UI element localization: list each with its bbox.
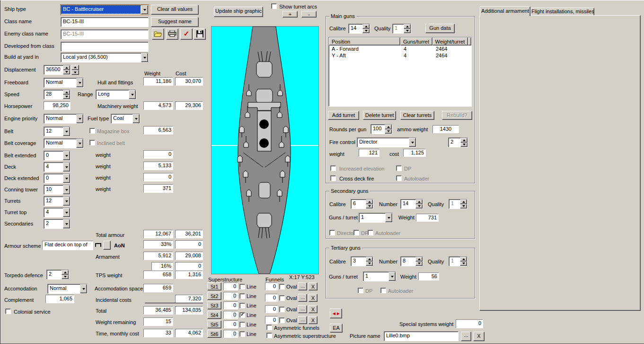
spin-down-icon[interactable] <box>366 204 373 209</box>
spin-up-icon[interactable] <box>415 199 423 204</box>
column-header[interactable]: Position <box>329 37 400 45</box>
turrets-dropdown[interactable]: 12 <box>44 196 71 206</box>
funnel4-delete-button[interactable]: X <box>309 316 318 324</box>
gun-data-button[interactable]: Gun data <box>425 24 455 33</box>
chevron-down-icon[interactable] <box>63 197 70 206</box>
tab-flight-installations[interactable]: Flight installations, missiles <box>531 8 594 16</box>
chevron-down-icon[interactable] <box>76 114 83 123</box>
chevron-down-icon[interactable] <box>76 78 83 87</box>
armour-scheme-button[interactable] <box>103 241 111 250</box>
spin-down-icon[interactable] <box>385 129 392 134</box>
secondary-number-spinner[interactable]: 14 <box>400 199 423 209</box>
nav-arrows-button[interactable]: ◄► <box>330 308 342 318</box>
spin-down-icon[interactable] <box>63 95 70 100</box>
funnel2-field[interactable]: 0 <box>265 294 278 302</box>
picture-clear-button[interactable]: X <box>473 332 485 341</box>
chevron-down-icon[interactable] <box>129 90 136 99</box>
spin-up-icon[interactable] <box>366 199 373 204</box>
spin-down-icon[interactable] <box>63 70 70 75</box>
ship-type-dropdown[interactable]: BC - Battlecruiser <box>61 5 149 15</box>
cross-deck-fire-checkbox[interactable] <box>330 175 336 181</box>
chevron-down-icon[interactable] <box>388 272 396 281</box>
chevron-down-icon[interactable] <box>80 284 87 293</box>
print-button[interactable] <box>166 28 178 40</box>
secondary-guns-per-turret-dropdown[interactable]: 1 <box>359 213 393 223</box>
st2-height-field[interactable]: 0 <box>223 292 238 300</box>
spin-up-icon[interactable] <box>62 270 69 275</box>
torpedo-defence-spinner[interactable]: 2 <box>46 270 69 280</box>
chevron-down-icon[interactable] <box>132 114 140 123</box>
picture-browse-button[interactable]: ... <box>461 332 471 341</box>
belt-dropdown[interactable]: 12 <box>44 127 71 136</box>
secondaries-dropdown[interactable]: 2 <box>44 219 71 229</box>
clear-all-values-button[interactable]: Clear all values <box>151 5 199 15</box>
chevron-down-icon[interactable] <box>385 213 392 222</box>
funnel1-browse-button[interactable]: ... <box>298 282 307 290</box>
funnel1-delete-button[interactable]: X <box>309 282 318 290</box>
update-ship-graphic-button[interactable]: Update ship graphic <box>214 7 263 17</box>
ship-graphic[interactable] <box>211 26 319 274</box>
chevron-down-icon[interactable] <box>141 5 148 14</box>
enemy-class-input[interactable]: BC-15-III <box>61 29 149 39</box>
funnel2-oval-checkbox[interactable] <box>279 295 285 301</box>
st6-line-checkbox[interactable] <box>239 331 245 337</box>
armour-scheme-value[interactable]: Flat deck on top of <box>42 241 93 250</box>
tertiary-quality-spinner[interactable]: 1 <box>449 256 468 266</box>
fuel-type-dropdown[interactable]: Coal <box>111 114 140 124</box>
spin-up-icon[interactable] <box>415 257 423 262</box>
spin-up-icon[interactable] <box>362 24 370 29</box>
tab-additional-armament[interactable]: Additional armament <box>480 6 530 16</box>
spin-up-icon[interactable] <box>460 257 467 262</box>
spin-up-icon[interactable] <box>460 199 467 204</box>
column-header[interactable]: Weight/turret <box>432 37 468 45</box>
open-file-button[interactable] <box>152 28 164 40</box>
st4-button[interactable]: St4 <box>207 311 221 319</box>
st5-height-field[interactable]: 0 <box>223 320 238 328</box>
build-yard-dropdown[interactable]: Local yard (36,500) <box>61 53 149 63</box>
save-button[interactable] <box>194 28 206 40</box>
chevron-down-icon[interactable] <box>409 138 416 147</box>
st5-line-checkbox[interactable] <box>239 322 245 327</box>
st2-button[interactable]: St2 <box>207 292 221 300</box>
funnel3-field[interactable]: 0 <box>265 305 278 313</box>
chevron-down-icon[interactable] <box>63 208 70 217</box>
main-guns-table[interactable]: Position Guns/turret Weight/turret A - F… <box>328 37 472 107</box>
tertiary-number-spinner[interactable]: 8 <box>400 256 423 266</box>
spin-down-icon[interactable] <box>404 29 411 34</box>
colonial-service-checkbox[interactable] <box>5 308 11 314</box>
engine-priority-dropdown[interactable]: Normal <box>44 114 84 124</box>
chevron-down-icon[interactable] <box>76 139 83 148</box>
main-calibre-spinner[interactable]: 14 <box>348 24 370 34</box>
deck-extended-dropdown[interactable]: 0 <box>44 173 71 183</box>
fc-positions-spinner[interactable]: 2 <box>448 137 468 147</box>
funnel4-field[interactable]: 0 <box>265 316 278 324</box>
asymmetric-funnels-checkbox[interactable] <box>266 325 272 330</box>
st1-line-checkbox[interactable] <box>239 284 245 290</box>
chevron-down-icon[interactable] <box>63 151 70 160</box>
funnel3-oval-checkbox[interactable] <box>279 307 285 312</box>
spin-up-icon[interactable] <box>71 65 79 70</box>
funnel3-delete-button[interactable]: X <box>309 305 318 313</box>
belt-coverage-dropdown[interactable]: Normal <box>44 138 84 148</box>
displacement-spinner[interactable]: 36500 <box>44 65 71 75</box>
chevron-down-icon[interactable] <box>63 185 70 194</box>
show-turret-arcs-checkbox[interactable] <box>271 3 277 9</box>
st6-button[interactable]: St6 <box>207 330 221 338</box>
funnel1-oval-checkbox[interactable] <box>279 284 285 290</box>
spin-down-icon[interactable] <box>362 29 370 34</box>
spin-up-icon[interactable] <box>366 257 373 262</box>
delete-turret-button[interactable]: Delete turret <box>363 111 396 120</box>
zoom-out-button[interactable]: - <box>301 11 317 18</box>
chevron-down-icon[interactable] <box>63 219 70 228</box>
conning-tower-dropdown[interactable]: 10 <box>44 185 71 195</box>
speed-spinner[interactable]: 28 <box>44 90 71 100</box>
spin-up-icon[interactable] <box>63 65 70 70</box>
main-quality-spinner[interactable]: 1 <box>392 24 411 34</box>
suggest-name-button[interactable]: Suggest name <box>151 17 199 27</box>
secondary-calibre-spinner[interactable]: 6 <box>351 199 373 209</box>
spin-down-icon[interactable] <box>62 275 69 280</box>
funnel2-delete-button[interactable]: X <box>309 294 318 302</box>
st5-button[interactable]: St5 <box>207 320 221 328</box>
tertiary-calibre-spinner[interactable]: 3 <box>351 256 373 266</box>
clear-turrets-button[interactable]: Clear turrets <box>400 111 434 120</box>
